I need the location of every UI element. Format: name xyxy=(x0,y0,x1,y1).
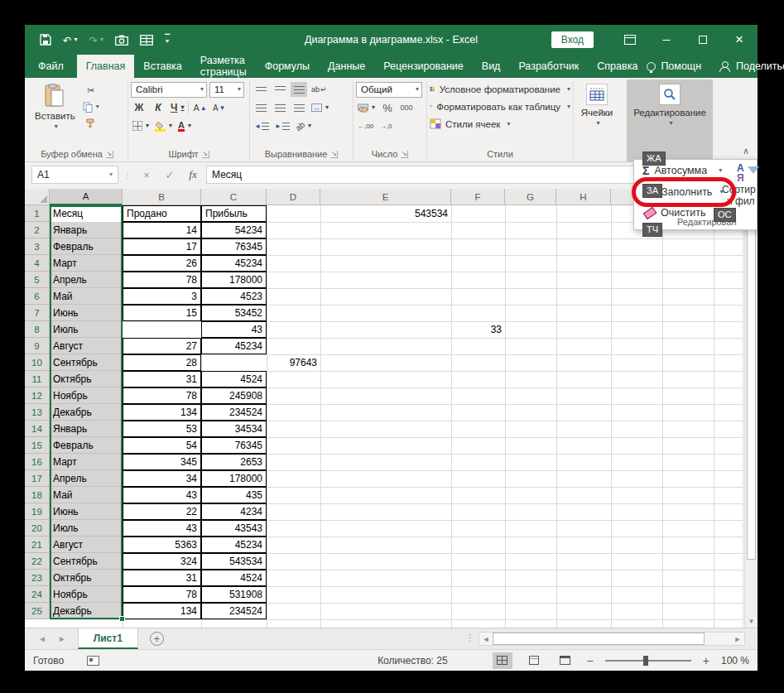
cell-B24[interactable]: 78 xyxy=(123,586,201,603)
cell-A13[interactable]: Декабрь xyxy=(50,404,123,421)
row-header-13[interactable]: 13 xyxy=(25,404,50,421)
cell-C21[interactable]: 45234 xyxy=(201,537,267,553)
horizontal-scrollbar[interactable]: ◄ ► xyxy=(479,632,745,646)
cell-B14[interactable]: 53 xyxy=(123,421,201,437)
cell-A22[interactable]: Сентябрь xyxy=(50,553,123,570)
row-header-17[interactable]: 17 xyxy=(25,470,50,487)
align-right-icon[interactable] xyxy=(291,100,307,115)
row-header-15[interactable]: 15 xyxy=(25,437,50,454)
cell-B23[interactable]: 31 xyxy=(123,570,201,586)
cell-A16[interactable]: Март xyxy=(50,454,123,470)
tab-review[interactable]: Рецензирование xyxy=(374,55,473,78)
italic-button[interactable]: К xyxy=(150,100,166,115)
scroll-right-icon[interactable]: ► xyxy=(731,633,744,645)
alignment-dialog-launcher-icon[interactable]: ↘ xyxy=(330,151,338,158)
format-painter-icon[interactable] xyxy=(81,116,101,131)
decrease-indent-icon[interactable]: ◄ xyxy=(253,118,271,133)
cell-A15[interactable]: Февраль xyxy=(50,437,123,454)
cell-C8[interactable]: 43 xyxy=(201,321,267,338)
row-header-11[interactable]: 11 xyxy=(25,371,50,387)
column-header-E[interactable]: E xyxy=(320,189,451,205)
cell-A11[interactable]: Октябрь xyxy=(50,371,123,387)
tab-data[interactable]: Данные xyxy=(319,55,374,78)
align-left-icon[interactable] xyxy=(253,100,269,115)
cell-C1[interactable]: Прибыль xyxy=(201,205,267,222)
row-header-4[interactable]: 4 xyxy=(25,255,50,272)
cell-C6[interactable]: 4523 xyxy=(201,288,267,305)
cell-A25[interactable]: Декабрь xyxy=(50,603,123,619)
editing-button[interactable]: Редактирование ▾ xyxy=(629,80,710,128)
zoom-slider-thumb[interactable] xyxy=(643,656,648,666)
row-header-20[interactable]: 20 xyxy=(25,520,50,537)
cell-A10[interactable]: Сентябрь xyxy=(50,354,123,371)
assistant-label[interactable]: Помощн xyxy=(661,60,701,72)
minimize-button[interactable]: ─ xyxy=(648,25,685,55)
name-box[interactable]: A1▾ xyxy=(31,166,118,184)
number-format-combobox[interactable]: Общий▾ xyxy=(356,82,422,98)
merge-center-icon[interactable]: ↔▾ xyxy=(310,100,330,115)
column-header-F[interactable]: F xyxy=(451,189,505,205)
insert-function-icon[interactable]: fx xyxy=(183,166,203,184)
close-button[interactable]: × xyxy=(721,25,758,55)
vertical-scrollbar[interactable]: ▲ ▼ xyxy=(744,205,758,628)
increase-indent-icon[interactable]: ► xyxy=(273,118,291,133)
row-header-3[interactable]: 3 xyxy=(25,238,50,255)
format-as-table-button[interactable]: Форматировать как таблицу▾ xyxy=(430,98,570,115)
cell-B11[interactable]: 31 xyxy=(123,371,201,387)
camera-icon[interactable] xyxy=(115,35,128,46)
scroll-down-icon[interactable]: ▼ xyxy=(745,614,758,628)
row-header-23[interactable]: 23 xyxy=(25,570,50,586)
normal-view-icon[interactable] xyxy=(493,652,512,669)
customize-qat-icon[interactable]: ▔▾ xyxy=(165,36,170,43)
cells-button[interactable]: Ячейки ▾ xyxy=(576,80,618,128)
zoom-in-icon[interactable]: + xyxy=(703,654,709,667)
orientation-icon[interactable]: ab▾ xyxy=(294,118,313,133)
cell-E1[interactable]: 543534 xyxy=(320,205,451,222)
horizontal-scrollbar-thumb[interactable] xyxy=(493,633,705,645)
percent-style-icon[interactable]: % xyxy=(379,100,396,115)
cell-C25[interactable]: 234524 xyxy=(201,603,267,619)
column-header-D[interactable]: D xyxy=(267,189,320,205)
fill-color-button[interactable]: ▾ xyxy=(153,118,174,133)
row-header-22[interactable]: 22 xyxy=(25,553,50,570)
new-sheet-icon[interactable]: + xyxy=(150,632,164,646)
accounting-format-icon[interactable]: ▾ xyxy=(356,100,377,115)
sheet-nav-right-icon[interactable]: ► xyxy=(58,634,66,643)
confirm-entry-icon[interactable]: ✓ xyxy=(160,166,180,184)
cell-A7[interactable]: Июнь xyxy=(50,305,123,321)
cell-A20[interactable]: Июль xyxy=(50,520,123,537)
row-header-7[interactable]: 7 xyxy=(25,305,50,321)
cell-B20[interactable]: 43 xyxy=(123,520,201,537)
zoom-slider[interactable] xyxy=(605,660,691,662)
cell-B3[interactable]: 17 xyxy=(123,238,201,255)
cell-F8[interactable]: 33 xyxy=(451,321,505,338)
cell-A9[interactable]: Август xyxy=(50,338,123,354)
cell-B13[interactable]: 134 xyxy=(123,404,201,421)
macro-record-icon[interactable] xyxy=(87,656,99,666)
grow-font-button[interactable]: А▲ xyxy=(191,100,208,115)
fill-handle[interactable] xyxy=(119,616,125,622)
tab-view[interactable]: Вид xyxy=(473,55,510,78)
align-center-icon[interactable] xyxy=(272,100,288,115)
row-header-5[interactable]: 5 xyxy=(25,272,50,288)
column-header-A[interactable]: A xyxy=(50,189,123,205)
column-header-H[interactable]: H xyxy=(556,189,611,205)
cell-C15[interactable]: 76345 xyxy=(201,437,267,454)
cut-icon[interactable]: ✂ xyxy=(81,83,101,98)
cell-B16[interactable]: 345 xyxy=(123,454,201,470)
row-header-14[interactable]: 14 xyxy=(25,421,50,437)
cell-B6[interactable]: 3 xyxy=(123,288,201,305)
font-size-combobox[interactable]: 11▾ xyxy=(209,82,244,98)
redo-button[interactable]: ↷▾ xyxy=(89,34,104,46)
row-header-12[interactable]: 12 xyxy=(25,387,50,404)
row-header-8[interactable]: 8 xyxy=(25,321,50,338)
cell-C4[interactable]: 45234 xyxy=(201,255,267,272)
cell-A4[interactable]: Март xyxy=(50,255,123,272)
cell-B2[interactable]: 14 xyxy=(123,222,201,238)
sheet-nav-left-icon[interactable]: ◄ xyxy=(38,634,46,643)
cell-B9[interactable]: 27 xyxy=(123,338,201,354)
maximize-button[interactable] xyxy=(685,25,721,55)
cell-A2[interactable]: Январь xyxy=(50,222,123,238)
cell-C20[interactable]: 43543 xyxy=(201,520,267,537)
tab-developer[interactable]: Разработчик xyxy=(509,55,588,78)
